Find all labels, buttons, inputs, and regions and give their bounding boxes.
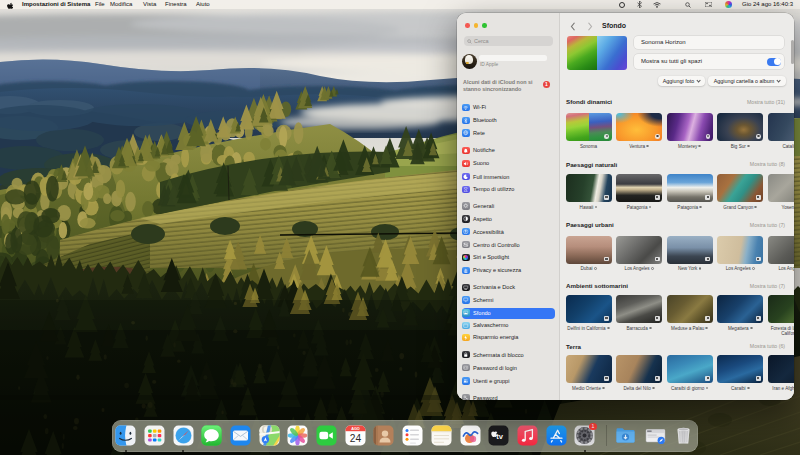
svg-text:24: 24	[350, 433, 362, 444]
svg-text:tv: tv	[496, 432, 504, 441]
svg-text:AGO: AGO	[351, 427, 360, 431]
